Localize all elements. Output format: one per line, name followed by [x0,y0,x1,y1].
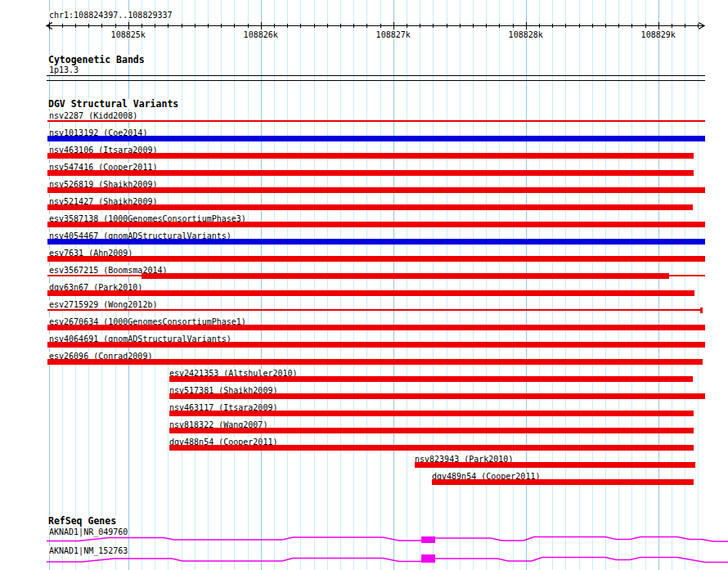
gene-label: AKNAD1|NM_152763 [48,546,128,555]
refseq-labels-layer: AKNAD1|NR_049760AKNAD1|NM_152763 [0,0,728,570]
genome-browser-panel: 108825k108826k108827k108828k108829k chr1… [0,0,728,570]
gene-label: AKNAD1|NR_049760 [48,527,128,536]
